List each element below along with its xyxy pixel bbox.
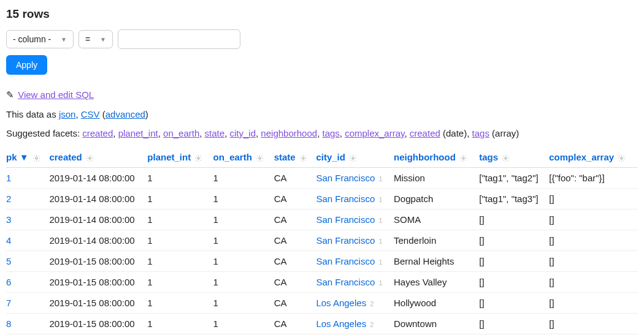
col-sort-city_id[interactable]: city_id [316,152,345,162]
export-line: This data as json, CSV (advanced) [6,109,638,119]
pk-link[interactable]: 2 [6,194,11,204]
cell-created: 2019-01-15 08:00:00 [49,314,147,334]
fk-badge: 1 [378,196,382,203]
filter-op-select[interactable]: = ▼ [79,30,113,48]
city-link[interactable]: San Francisco [316,256,375,266]
cell-pk: 8 [6,314,49,334]
table-row: 12019-01-14 08:00:0011CASan Francisco 1M… [6,168,638,189]
cell-created: 2019-01-14 08:00:00 [49,230,147,251]
gear-icon[interactable] [299,154,307,162]
fk-badge: 1 [378,175,382,183]
col-sort-complex_array[interactable]: complex_array [549,152,614,162]
gear-icon[interactable] [459,154,467,162]
col-sort-pk[interactable]: pk ▼ [6,152,29,162]
col-header-tags: tags [479,147,549,168]
facet-link-city_id[interactable]: city_id [229,128,256,138]
filter-column-select[interactable]: - column - ▼ [6,30,74,48]
col-sort-state[interactable]: state [274,152,296,162]
pk-link[interactable]: 3 [6,214,11,225]
cell-state: CA [274,230,316,251]
col-sort-planet_int[interactable]: planet_int [147,152,191,162]
cell-city_id: San Francisco 1 [316,168,394,189]
cell-state: CA [274,314,316,334]
cell-tags: [] [479,230,549,251]
col-sort-neighborhood[interactable]: neighborhood [394,152,456,162]
cell-pk: 4 [6,230,49,251]
facet-link-state[interactable]: state [205,128,225,138]
cell-tags: [] [479,314,549,334]
view-edit-sql-link[interactable]: View and edit SQL [18,89,94,100]
facet-link-complex_array[interactable]: complex_array [345,128,404,138]
cell-on_earth: 1 [213,251,274,272]
facet-link-tags[interactable]: tags [322,128,339,138]
cell-neighborhood: SOMA [394,209,479,230]
export-json-link[interactable]: json [59,109,76,119]
filter-value-input[interactable] [118,29,240,49]
cell-complex_array: [] [549,314,638,334]
city-link[interactable]: San Francisco [316,173,375,183]
pk-link[interactable]: 8 [6,318,11,329]
cell-city_id: San Francisco 1 [316,209,394,230]
cell-complex_array: [] [549,209,638,230]
cell-neighborhood: Dogpatch [394,189,479,209]
cell-on_earth: 1 [213,272,274,293]
facet-link-neighborhood[interactable]: neighborhood [261,128,317,138]
facet-link-created[interactable]: created [82,128,113,138]
gear-icon[interactable] [502,154,510,162]
facet-prefix: Suggested facets: [6,128,82,138]
cell-created: 2019-01-14 08:00:00 [49,209,147,230]
city-link[interactable]: San Francisco [316,235,375,246]
export-csv-link[interactable]: CSV [81,109,100,119]
cell-created: 2019-01-15 08:00:00 [49,293,147,314]
col-header-state: state [274,147,316,168]
city-link[interactable]: San Francisco [316,277,375,287]
gear-icon[interactable] [86,154,94,162]
table-row: 62019-01-15 08:00:0011CASan Francisco 1H… [6,272,638,293]
data-table: pk ▼ created planet_int on_earth state c… [6,147,638,334]
sql-line: ✎ View and edit SQL [6,89,638,100]
cell-pk: 6 [6,272,49,293]
cell-complex_array: [] [549,189,638,209]
facet-link-tags-extra[interactable]: tags [472,128,489,138]
facet-link-planet_int[interactable]: planet_int [118,128,158,138]
cell-complex_array: [] [549,230,638,251]
cell-planet_int: 1 [147,251,213,272]
cell-neighborhood: Downtown [394,314,479,334]
pk-link[interactable]: 1 [6,173,11,183]
pk-link[interactable]: 4 [6,235,11,246]
cell-pk: 3 [6,209,49,230]
col-sort-tags[interactable]: tags [479,152,498,162]
col-header-complex_array: complex_array [549,147,638,168]
cell-city_id: Los Angeles 2 [316,293,394,314]
cell-city_id: San Francisco 1 [316,189,394,209]
col-header-created: created [49,147,147,168]
gear-icon[interactable] [349,154,357,162]
facet-link-on_earth[interactable]: on_earth [163,128,199,138]
pk-link[interactable]: 7 [6,298,11,308]
col-sort-on_earth[interactable]: on_earth [213,152,252,162]
fk-badge: 1 [378,238,382,245]
cell-created: 2019-01-15 08:00:00 [49,251,147,272]
svg-point-6 [462,157,464,159]
facet-link-created-extra[interactable]: created [410,128,440,138]
col-sort-created[interactable]: created [49,152,82,162]
apply-button[interactable]: Apply [6,55,47,75]
svg-point-2 [197,157,199,159]
city-link[interactable]: Los Angeles [316,318,366,329]
gear-icon[interactable] [194,154,202,162]
city-link[interactable]: Los Angeles [316,298,366,308]
city-link[interactable]: San Francisco [316,214,375,225]
cell-state: CA [274,272,316,293]
gear-icon[interactable] [256,154,264,162]
gear-icon[interactable] [33,154,40,162]
gear-icon[interactable] [618,154,626,162]
pk-link[interactable]: 6 [6,277,11,287]
cell-complex_array: [] [549,293,638,314]
chevron-down-icon: ▼ [61,36,67,43]
pk-link[interactable]: 5 [6,256,11,266]
svg-point-5 [352,157,354,159]
cell-tags: [] [479,209,549,230]
export-advanced-link[interactable]: advanced [105,109,145,119]
cell-tags: ["tag1", "tag2"] [479,168,549,189]
city-link[interactable]: San Francisco [316,194,375,204]
